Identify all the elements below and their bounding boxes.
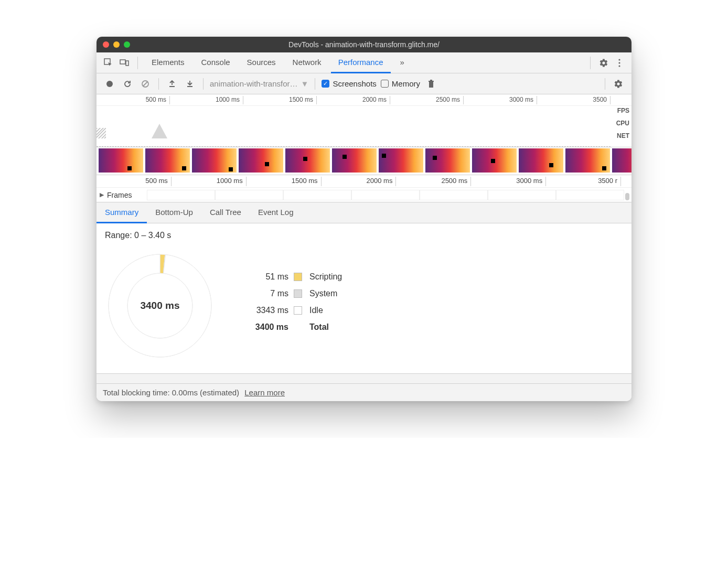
tab-network[interactable]: Network (285, 52, 329, 73)
detail-tab-call-tree[interactable]: Call Tree (201, 202, 250, 223)
swatch-idle (294, 306, 302, 315)
frames-track[interactable]: ▶ Frames (97, 188, 631, 202)
swatch-scripting (294, 273, 302, 281)
inspect-icon[interactable] (102, 56, 115, 70)
legend-label-system: System (309, 289, 342, 298)
frames-track-label: Frames (107, 191, 132, 199)
legend-value-idle: 3343 ms (241, 306, 288, 315)
screenshot-thumbnail[interactable] (192, 148, 237, 173)
checkbox-checked-icon: ✓ (322, 80, 329, 88)
titlebar: DevTools - animation-with-transform.glit… (97, 37, 631, 52)
svg-point-4 (618, 62, 620, 63)
cpu-track-label: CPU (616, 120, 629, 127)
ruler-tick: 3500 (97, 96, 611, 104)
minimize-window-button[interactable] (113, 41, 120, 48)
screenshot-thumbnail[interactable] (425, 148, 470, 173)
svg-rect-1 (120, 60, 125, 64)
svg-rect-12 (429, 81, 434, 82)
tabs-overflow-button[interactable]: » (393, 52, 412, 73)
vertical-scroll-thumb[interactable] (625, 193, 629, 200)
net-track-label: NET (616, 132, 629, 139)
screenshot-thumbnail[interactable] (239, 148, 283, 173)
recording-select[interactable]: animation-with-transfor… ▼ (210, 79, 308, 88)
learn-more-link[interactable]: Learn more (244, 388, 285, 397)
chevron-down-icon: ▼ (301, 79, 309, 88)
range-label: Range: 0 – 3.40 s (105, 231, 623, 240)
screenshot-filmstrip[interactable] (97, 147, 631, 175)
legend-value-system: 7 ms (241, 289, 288, 298)
screenshot-thumbnail[interactable] (612, 148, 631, 173)
main-toolbar: Elements Console Sources Network Perform… (97, 52, 631, 73)
close-window-button[interactable] (103, 41, 109, 48)
ruler-tick: 3500 r (97, 177, 621, 186)
screenshot-thumbnail[interactable] (519, 148, 563, 173)
screenshot-thumbnail[interactable] (472, 148, 517, 173)
disclosure-triangle-icon[interactable]: ▶ (100, 191, 104, 198)
clear-button[interactable] (138, 77, 152, 91)
svg-line-8 (143, 82, 147, 86)
tab-performance[interactable]: Performance (331, 52, 391, 73)
screenshot-thumbnail[interactable] (565, 148, 610, 173)
memory-checkbox[interactable]: Memory (381, 79, 420, 88)
performance-toolbar: animation-with-transfor… ▼ ✓ Screenshots… (97, 73, 631, 94)
screenshot-thumbnail[interactable] (99, 148, 143, 173)
reload-record-button[interactable] (121, 77, 134, 91)
svg-point-6 (106, 81, 113, 87)
swatch-system (294, 289, 302, 298)
settings-icon[interactable] (597, 56, 611, 70)
overview-timeline[interactable]: 500 ms1000 ms1500 ms2000 ms2500 ms3000 m… (97, 94, 631, 147)
screenshots-checkbox[interactable]: ✓ Screenshots (322, 79, 376, 88)
legend-label-idle: Idle (309, 306, 342, 315)
fullscreen-window-button[interactable] (124, 41, 130, 48)
overview-ruler: 500 ms1000 ms1500 ms2000 ms2500 ms3000 m… (97, 94, 631, 106)
footer-bar: Total blocking time: 0.00ms (estimated) … (97, 384, 631, 401)
capture-settings-icon[interactable] (612, 77, 625, 91)
detail-tabs: Summary Bottom-Up Call Tree Event Log (97, 202, 631, 223)
screenshot-thumbnail[interactable] (379, 148, 423, 173)
svg-rect-11 (429, 82, 433, 88)
summary-donut-chart: 3400 ms (105, 251, 215, 361)
device-toggle-icon[interactable] (117, 56, 131, 70)
overview-tracks: FPS CPU NET (97, 106, 631, 147)
checkbox-unchecked-icon (381, 80, 389, 88)
svg-point-3 (618, 59, 620, 60)
legend-value-scripting: 51 ms (241, 272, 288, 282)
detail-tab-bottom-up[interactable]: Bottom-Up (147, 202, 201, 223)
legend-value-total: 3400 ms (241, 322, 288, 332)
load-profile-button[interactable] (165, 77, 179, 91)
save-profile-button[interactable] (183, 77, 197, 91)
screenshot-thumbnail[interactable] (332, 148, 377, 173)
panel-resizer[interactable] (97, 373, 631, 384)
blocking-time-label: Total blocking time: 0.00ms (estimated) (103, 388, 239, 397)
tab-sources[interactable]: Sources (240, 52, 283, 73)
legend-label-scripting: Scripting (309, 272, 342, 282)
detail-tab-event-log[interactable]: Event Log (250, 202, 302, 223)
summary-legend: 51 ms Scripting 7 ms System 3343 ms Idle… (241, 272, 342, 339)
cpu-activity-marker (152, 124, 167, 138)
svg-point-5 (618, 65, 620, 67)
legend-label-total: Total (309, 322, 342, 332)
devtools-window: DevTools - animation-with-transform.glit… (97, 37, 631, 401)
svg-rect-13 (430, 80, 432, 81)
collect-garbage-button[interactable] (424, 77, 438, 91)
tab-elements[interactable]: Elements (144, 52, 192, 73)
screenshot-thumbnail[interactable] (145, 148, 190, 173)
window-title: DevTools - animation-with-transform.glit… (97, 40, 631, 49)
flamechart-ruler[interactable]: 500 ms1000 ms1500 ms2000 ms2500 ms3000 m… (97, 175, 631, 188)
kebab-menu-icon[interactable] (613, 56, 626, 70)
screenshot-thumbnail[interactable] (285, 148, 330, 173)
svg-rect-2 (126, 61, 129, 66)
frame-segments (147, 190, 624, 200)
record-button[interactable] (103, 77, 116, 91)
tab-console[interactable]: Console (194, 52, 238, 73)
detail-tab-summary[interactable]: Summary (97, 202, 147, 223)
svg-rect-10 (187, 86, 192, 87)
donut-center-value: 3400 ms (105, 251, 215, 361)
fps-track-label: FPS (616, 107, 629, 114)
summary-panel: Range: 0 – 3.40 s 3400 ms 51 ms Scriptin… (97, 223, 631, 373)
svg-rect-9 (169, 86, 175, 87)
